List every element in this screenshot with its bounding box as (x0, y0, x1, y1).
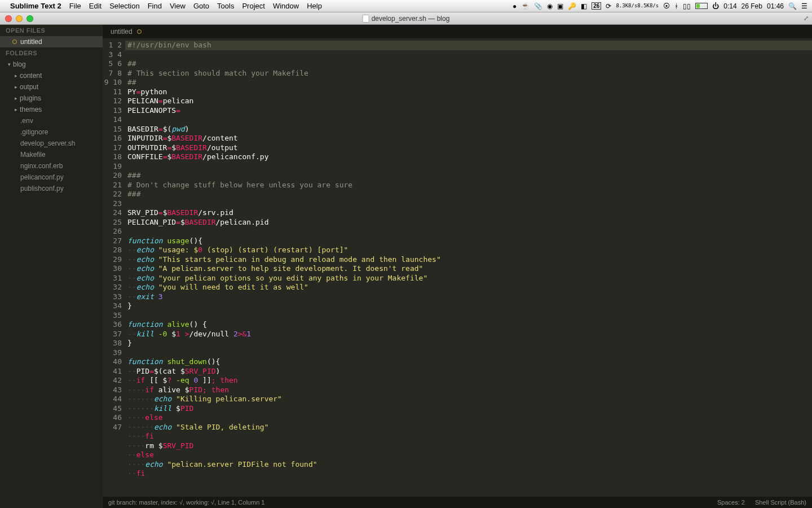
open-file-name: untitled (20, 38, 42, 46)
status-box-icon[interactable]: ◧ (581, 2, 587, 10)
sidebar-file[interactable]: nginx.conf.erb (0, 160, 103, 172)
sidebar-file[interactable]: pelicanconf.py (0, 172, 103, 183)
menu-edit[interactable]: Edit (89, 2, 102, 10)
sidebar-folder-output[interactable]: ▸output (0, 81, 103, 93)
chevron-right-icon: ▸ (15, 95, 17, 101)
window-close-button[interactable] (5, 15, 12, 22)
open-file-item[interactable]: untitled (0, 36, 103, 47)
macos-menubar: Sublime Text 2 File Edit Selection Find … (0, 0, 812, 12)
chevron-right-icon: ▸ (15, 107, 17, 112)
menu-tools[interactable]: Tools (217, 2, 234, 10)
unsaved-icon (12, 40, 17, 44)
wifi-icon[interactable]: ⦿ (663, 2, 670, 10)
folders-header: FOLDERS (0, 47, 103, 59)
menu-selection[interactable]: Selection (109, 2, 139, 10)
window-titlebar: develop_server.sh — blog ⤢ (0, 12, 812, 25)
window-zoom-button[interactable] (27, 15, 33, 22)
tab-untitled[interactable]: untitled (103, 25, 149, 38)
open-files-header: OPEN FILES (0, 25, 103, 36)
status-coffee-icon[interactable]: ☕ (521, 2, 529, 10)
status-circle-icon[interactable]: ◉ (547, 2, 553, 10)
window-minimize-button[interactable] (16, 15, 23, 22)
status-dot-icon[interactable]: ● (513, 2, 517, 10)
document-icon (363, 15, 369, 23)
status-key-icon[interactable]: 🔑 (568, 2, 576, 10)
menu-project[interactable]: Project (242, 2, 264, 10)
menu-help[interactable]: Help (307, 2, 322, 10)
sidebar: OPEN FILES untitled FOLDERS ▾blog ▸conte… (0, 25, 103, 508)
app-name[interactable]: Sublime Text 2 (10, 2, 61, 10)
app-window: develop_server.sh — blog ⤢ OPEN FILES un… (0, 12, 812, 508)
code-content[interactable]: #!/usr/bin/env bash ## # This section sh… (125, 38, 812, 497)
sync-icon[interactable]: ⟳ (606, 2, 611, 10)
sidebar-file[interactable]: .gitignore (0, 126, 103, 138)
menu-view[interactable]: View (170, 2, 186, 10)
power-icon[interactable]: ⏻ (712, 2, 719, 10)
menu-file[interactable]: File (69, 2, 81, 10)
fullscreen-icon[interactable]: ⤢ (804, 15, 809, 22)
chevron-right-icon: ▸ (15, 84, 17, 90)
sidebar-folder-plugins[interactable]: ▸plugins (0, 93, 103, 104)
calendar-icon[interactable]: 26 (592, 2, 601, 10)
tab-label: untitled (111, 28, 133, 36)
sidebar-folder-root[interactable]: ▾blog (0, 59, 103, 70)
small-clock: 0:14 (723, 2, 736, 10)
window-title: develop_server.sh — blog (372, 15, 450, 23)
menu-find[interactable]: Find (148, 2, 162, 10)
sidebar-file[interactable]: Makefile (0, 149, 103, 160)
status-x-icon[interactable]: ▣ (557, 2, 563, 10)
status-syntax[interactable]: Shell Script (Bash) (755, 499, 806, 506)
sidebar-file[interactable]: develop_server.sh (0, 138, 103, 149)
sidebar-file[interactable]: publishconf.py (0, 183, 103, 194)
code-editor[interactable]: 1 2 3 4 5 6 7 8 9 10 11 12 13 14 15 16 1… (103, 38, 812, 497)
menu-window[interactable]: Window (273, 2, 299, 10)
battery-icon[interactable] (695, 3, 708, 9)
spotlight-icon[interactable]: 🔍 (788, 2, 797, 10)
status-paperclip-icon[interactable]: 📎 (534, 2, 542, 10)
sidebar-folder-themes[interactable]: ▸themes (0, 104, 103, 115)
volume-icon[interactable]: ▯▯ (683, 2, 691, 10)
notification-center-icon[interactable]: ☰ (801, 2, 807, 10)
network-stats: 8.3K8/s8.5K8/s (616, 3, 659, 8)
clock: 01:46 (767, 2, 784, 10)
bluetooth-icon[interactable]: ᚼ (674, 2, 678, 10)
status-indent[interactable]: Spaces: 2 (717, 499, 745, 506)
chevron-right-icon: ▸ (15, 73, 17, 78)
status-left: git branch: master, index: √, working: √… (108, 499, 264, 506)
date: 26 Feb (742, 2, 762, 10)
menu-goto[interactable]: Goto (193, 2, 209, 10)
sidebar-folder-content[interactable]: ▸content (0, 70, 103, 81)
sidebar-file[interactable]: .env (0, 115, 103, 126)
chevron-down-icon: ▾ (8, 62, 11, 67)
status-bar: git branch: master, index: √, working: √… (103, 497, 812, 508)
editor-area: untitled 1 2 3 4 5 6 7 8 9 10 11 12 13 1… (103, 25, 812, 508)
unsaved-icon (137, 29, 142, 34)
tab-bar: untitled (103, 25, 812, 38)
menubar-status-area: ● ☕ 📎 ◉ ▣ 🔑 ◧ 26 ⟳ 8.3K8/s8.5K8/s ⦿ ᚼ ▯▯… (513, 2, 807, 10)
line-gutter: 1 2 3 4 5 6 7 8 9 10 11 12 13 14 15 16 1… (103, 38, 125, 497)
